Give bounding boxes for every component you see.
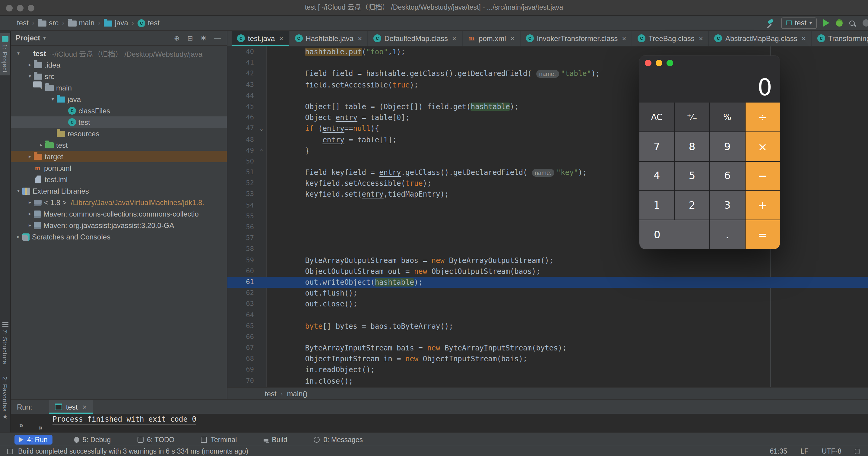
tree-item[interactable]: ctest (11, 116, 227, 128)
calc-zoom-button[interactable] (666, 60, 673, 66)
code-line[interactable]: 67 ByteArrayInputStream bais = new ByteA… (227, 343, 868, 354)
calc-button-percent[interactable]: % (710, 102, 745, 131)
encoding-widget[interactable]: UTF-8 (822, 448, 841, 455)
tab-close-icon[interactable]: × (699, 34, 703, 42)
editor-tab[interactable]: mpom.xml× (462, 31, 521, 46)
stripe-structure-button[interactable]: 7: Structure (0, 319, 10, 367)
calc-button-7[interactable]: 7 (640, 132, 674, 161)
editor-tab[interactable]: cTransformingComp (812, 31, 868, 46)
code-line[interactable]: 69 in.readObject(); (227, 365, 868, 375)
code-line[interactable]: 62 out.flush(); (227, 288, 868, 299)
calc-button-ac[interactable]: AC (640, 102, 674, 131)
tree-item[interactable]: cclassFiles (11, 105, 227, 116)
tab-close-icon[interactable]: × (622, 34, 626, 42)
editor-tab[interactable]: cDefaultedMap.class× (368, 31, 462, 46)
calc-button-2[interactable]: 2 (675, 191, 709, 220)
stripe-project-button[interactable]: 1: Project (0, 33, 10, 76)
calc-button-divide[interactable]: ÷ (745, 102, 780, 131)
calc-button-subtract[interactable]: − (745, 161, 780, 190)
tab-close-icon[interactable]: × (82, 403, 87, 411)
tree-arrow-icon[interactable]: ▸ (26, 211, 34, 216)
calc-button-1[interactable]: 1 (640, 191, 674, 220)
window-close-button[interactable] (6, 5, 13, 11)
code-line[interactable]: 65 byte[] bytes = baos.toByteArray(); (227, 321, 868, 331)
code-line[interactable]: 64 (227, 310, 868, 321)
breadcrumb-item[interactable]: java (104, 19, 128, 27)
overflow-icon[interactable] (863, 19, 868, 27)
code-line[interactable]: 59 ByteArrayOutputStream baos = new Byte… (227, 255, 868, 266)
breadcrumb-item[interactable]: main (68, 19, 94, 27)
calc-button-6[interactable]: 6 (710, 161, 745, 190)
breadcrumb-item[interactable]: src (38, 19, 59, 27)
editor-tab[interactable]: ctest.java× (231, 31, 289, 46)
toolbar-overflow-icon[interactable]: » (39, 423, 42, 432)
collapse-all-icon[interactable]: ⊟ (187, 34, 193, 42)
code-line[interactable]: 60 ObjectOutputStream out = new ObjectOu… (227, 266, 868, 277)
code-line[interactable]: 70 in.close(); (227, 375, 868, 386)
calc-button-equals[interactable]: = (745, 220, 780, 249)
debug-button[interactable] (836, 19, 843, 27)
tree-item[interactable]: test.iml (11, 174, 227, 185)
code-line[interactable]: 61 out.writeObject(hashtable); (227, 277, 868, 288)
editor-tab[interactable]: cTreeBag.class× (632, 31, 709, 46)
calc-button-4[interactable]: 4 (640, 161, 674, 190)
tree-arrow-icon[interactable]: ▸ (26, 222, 34, 228)
toolwindow-button-build[interactable]: Build (258, 434, 292, 444)
editor-tab[interactable]: cAbstractMapBag.class× (709, 31, 812, 46)
build-hammer-icon[interactable] (766, 19, 774, 27)
toolwindow-button-todo[interactable]: 6: TODO (132, 434, 179, 444)
tree-item[interactable]: ▾main (11, 82, 227, 93)
tree-arrow-icon[interactable]: ▸ (37, 142, 45, 148)
code-line[interactable]: 66 (227, 332, 868, 343)
tab-close-icon[interactable]: × (358, 34, 362, 42)
window-minimize-button[interactable] (17, 5, 24, 11)
chevron-down-icon[interactable]: ▾ (43, 35, 174, 41)
tree-item[interactable]: resources (11, 128, 227, 139)
tree-item[interactable]: ▸< 1.8 >/Library/Java/JavaVirtualMachine… (11, 196, 227, 208)
tree-item[interactable]: ▸Maven: commons-collections:commons-coll… (11, 208, 227, 219)
tree-item[interactable]: ▸Maven: org.javassist:javassist:3.20.0-G… (11, 219, 227, 231)
calc-button-5[interactable]: 5 (675, 161, 709, 190)
tree-item[interactable]: ▾src (11, 70, 227, 82)
search-icon[interactable] (849, 20, 855, 26)
code-line[interactable]: 68 ObjectInputStream in = new ObjectInpu… (227, 354, 868, 365)
calc-minimize-button[interactable] (656, 60, 662, 66)
tree-item[interactable]: ▸Scratches and Consoles (11, 231, 227, 242)
tree-item[interactable]: mpom.xml (11, 162, 227, 174)
tree-arrow-icon[interactable]: ▾ (14, 188, 22, 193)
run-console[interactable]: » » Process finished with exit code 0 (11, 414, 868, 432)
toolwindow-button-messages[interactable]: 0: Messages (309, 434, 368, 444)
tree-arrow-icon[interactable]: ▸ (26, 200, 34, 205)
editor-breadcrumb-item[interactable]: test (265, 389, 277, 398)
tree-item[interactable]: ▾java (11, 93, 227, 105)
tree-arrow-icon[interactable]: ▸ (26, 62, 34, 67)
toolwindow-toggle-icon[interactable] (7, 449, 13, 454)
toolbar-overflow-icon[interactable]: » (19, 421, 23, 429)
breadcrumb-item[interactable]: test (6, 19, 29, 27)
calc-button-multiply[interactable]: × (745, 132, 780, 161)
run-button[interactable] (824, 19, 829, 27)
toolwindow-button-terminal[interactable]: Terminal (196, 434, 242, 444)
locate-icon[interactable]: ⊕ (174, 34, 180, 42)
tree-item[interactable]: ▸.idea (11, 59, 227, 70)
caret-position-widget[interactable]: 61:35 (770, 448, 787, 455)
calc-button-3[interactable]: 3 (710, 191, 745, 220)
tree-arrow-icon[interactable]: ▾ (26, 73, 34, 79)
tree-arrow-icon[interactable]: ▾ (49, 96, 57, 102)
run-config-select[interactable]: test ▾ (781, 17, 817, 29)
hide-icon[interactable]: — (214, 34, 221, 42)
lock-icon[interactable] (855, 449, 860, 454)
editor-breadcrumb-item[interactable]: main() (287, 389, 307, 398)
tab-close-icon[interactable]: × (510, 34, 515, 42)
tab-close-icon[interactable]: × (802, 34, 806, 42)
tree-arrow-icon[interactable]: ▸ (14, 234, 22, 240)
tree-arrow-icon[interactable]: ▾ (14, 51, 22, 56)
tab-close-icon[interactable]: × (279, 34, 283, 42)
toolwindow-button-debug[interactable]: 5: Debug (69, 434, 116, 444)
calc-button-decimal[interactable]: . (710, 220, 745, 249)
breadcrumb-item[interactable]: ctest (137, 19, 159, 27)
project-panel-title[interactable]: Project (16, 34, 40, 42)
stripe-favorites-button[interactable]: 2: Favorites ★ (0, 373, 10, 423)
editor-tab[interactable]: cHashtable.java× (289, 31, 368, 46)
tree-arrow-icon[interactable]: ▸ (26, 154, 34, 159)
